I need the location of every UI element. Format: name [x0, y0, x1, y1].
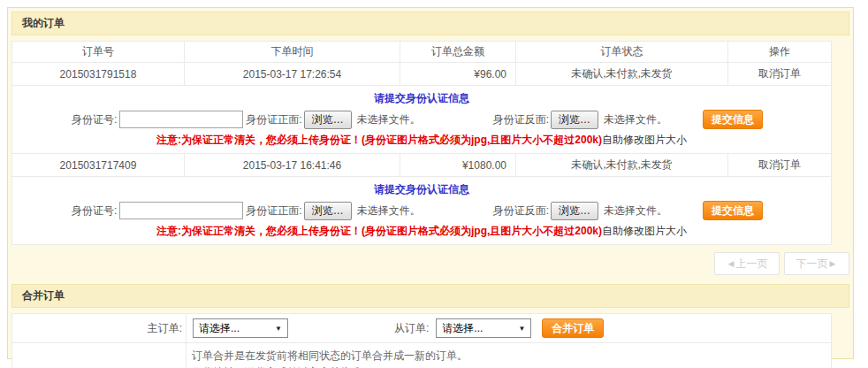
resize-image-link[interactable]: 自助修改图片大小: [602, 225, 687, 237]
order-no: 2015031717409: [12, 154, 185, 177]
order-status: 未确认,未付款,未发货: [516, 154, 728, 177]
order-status: 未确认,未付款,未发货: [516, 63, 728, 86]
browse-back-button[interactable]: 浏览…: [551, 111, 598, 129]
cancel-order-link[interactable]: 取消订单: [728, 63, 832, 86]
submit-info-button[interactable]: 提交信息: [703, 110, 763, 129]
orders-header-row: 订单号 下单时间 订单总金额 订单状态 操作: [12, 42, 832, 63]
verify-warning: 注意:为保证正常清关，您必须上传身份证！(身份证图片格式必须为jpg,且图片大小…: [12, 133, 831, 148]
verify-form: 身份证号: 身份证正面: 浏览… 未选择文件。 身份证反面: 浏览… 未选择文件…: [12, 201, 831, 220]
order-time: 2015-03-17 17:26:54: [185, 63, 400, 86]
resize-image-link[interactable]: 自助修改图片大小: [602, 134, 687, 146]
no-file-front-text: 未选择文件。: [357, 203, 421, 218]
no-file-front-text: 未选择文件。: [357, 112, 421, 127]
order-no: 2015031791518: [12, 63, 185, 86]
no-file-back-text: 未选择文件。: [604, 112, 667, 127]
id-number-label: 身份证号:: [72, 112, 117, 127]
id-back-label: 身份证反面:: [493, 203, 549, 218]
order-time: 2015-03-17 16:41:46: [185, 154, 400, 177]
merge-note-line1: 订单合并是在发货前将相同状态的订单合并成一新的订单。: [192, 348, 831, 364]
pagination: ◀ 上一页 下一页 ▶: [11, 252, 849, 275]
verify-form: 身份证号: 身份证正面: 浏览… 未选择文件。 身份证反面: 浏览… 未选择文件…: [12, 110, 831, 129]
id-front-label: 身份证正面:: [246, 203, 301, 218]
id-number-input[interactable]: [119, 202, 243, 219]
verify-warning-red: 注意:为保证正常清关，您必须上传身份证！(身份证图片格式必须为jpg,且图片大小…: [156, 225, 602, 237]
column-order-amount: 订单总金额: [400, 42, 516, 63]
next-page-icon: ▶: [830, 259, 836, 268]
orders-panel-title: 我的订单: [11, 12, 849, 35]
browse-front-button[interactable]: 浏览…: [304, 111, 352, 129]
no-file-back-text: 未选择文件。: [604, 203, 667, 218]
main-order-label: 主订单:: [12, 314, 187, 343]
merge-orders-button[interactable]: 合并订单: [542, 318, 604, 338]
merge-note-row: 订单合并是在发货前将相同状态的订单合并成一新的订单。 收货地址，送货方式等以主定…: [12, 343, 832, 368]
order-row: 2015031791518 2015-03-17 17:26:54 ¥96.00…: [12, 63, 832, 86]
prev-page-icon: ◀: [728, 259, 735, 268]
column-order-time: 下单时间: [185, 42, 400, 63]
order-amount: ¥96.00: [400, 63, 516, 86]
verify-warning-red: 注意:为保证正常清关，您必须上传身份证！(身份证图片格式必须为jpg,且图片大小…: [156, 134, 602, 146]
column-order-action: 操作: [728, 42, 832, 63]
id-number-input[interactable]: [119, 111, 243, 128]
chevron-down-icon: ▼: [518, 325, 525, 333]
verify-row: 请提交身份认证信息 身份证号: 身份证正面: 浏览… 未选择文件。 身份证反面:…: [12, 86, 832, 154]
id-back-label: 身份证反面:: [493, 112, 549, 127]
cancel-order-link[interactable]: 取消订单: [728, 154, 832, 177]
verify-row: 请提交身份认证信息 身份证号: 身份证正面: 浏览… 未选择文件。 身份证反面:…: [12, 177, 832, 245]
main-order-select-value: 请选择...: [199, 321, 240, 336]
main-order-select[interactable]: 请选择... ▼: [193, 318, 288, 338]
next-page-label: 下一页: [796, 257, 828, 272]
prev-page-button[interactable]: ◀ 上一页: [714, 252, 780, 275]
merge-table: 主订单: 请选择... ▼ 从订单: 请选择... ▼ 合并订单: [11, 313, 832, 368]
verify-warning: 注意:为保证正常清关，您必须上传身份证！(身份证图片格式必须为jpg,且图片大小…: [12, 224, 831, 239]
order-amount: ¥1080.00: [400, 154, 516, 177]
from-order-select[interactable]: 请选择... ▼: [436, 318, 531, 338]
from-order-select-value: 请选择...: [442, 321, 483, 336]
merge-note-line2: 收货地址，送货方式等以主定单为准。: [192, 364, 831, 368]
page-container: 我的订单 订单号 下单时间 订单总金额 订单状态 操作 201503179151…: [7, 7, 854, 359]
id-number-label: 身份证号:: [72, 203, 117, 218]
verify-title: 请提交身份认证信息: [12, 91, 831, 106]
column-order-status: 订单状态: [516, 42, 728, 63]
prev-page-label: 上一页: [735, 257, 767, 272]
next-page-button[interactable]: 下一页 ▶: [784, 252, 849, 275]
order-row: 2015031717409 2015-03-17 16:41:46 ¥1080.…: [12, 154, 832, 177]
column-order-no: 订单号: [12, 42, 185, 63]
chevron-down-icon: ▼: [275, 325, 282, 333]
merge-note-spacer: [12, 343, 187, 368]
submit-info-button[interactable]: 提交信息: [703, 201, 763, 220]
verify-title: 请提交身份认证信息: [12, 182, 831, 197]
browse-back-button[interactable]: 浏览…: [551, 202, 598, 220]
merge-panel-title: 合并订单: [11, 284, 849, 308]
orders-table: 订单号 下单时间 订单总金额 订单状态 操作 2015031791518 201…: [11, 41, 832, 245]
browse-front-button[interactable]: 浏览…: [304, 202, 352, 220]
merge-controls: 请选择... ▼ 从订单: 请选择... ▼ 合并订单: [187, 315, 830, 341]
from-order-label: 从订单:: [394, 321, 429, 336]
merge-controls-row: 主订单: 请选择... ▼ 从订单: 请选择... ▼ 合并订单: [12, 314, 832, 343]
id-front-label: 身份证正面:: [246, 112, 301, 127]
